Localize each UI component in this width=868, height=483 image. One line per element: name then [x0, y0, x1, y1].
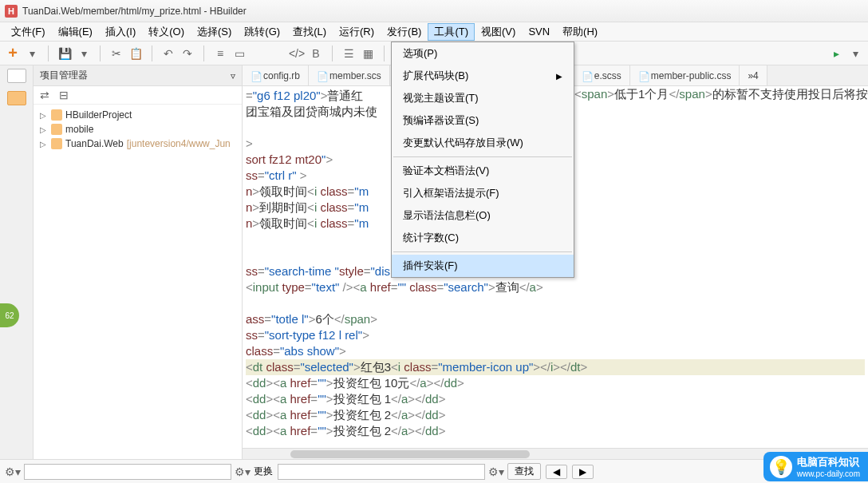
menu-item[interactable]: 运行(R) [333, 23, 381, 41]
undo-icon[interactable]: ↶ [162, 47, 175, 60]
watermark-logo: 💡 电脑百科知识 www.pc-daily.com [763, 452, 868, 481]
link-icon[interactable]: ⇄ [38, 89, 51, 101]
tag-icon[interactable]: </> [290, 47, 303, 60]
menu-item[interactable]: SVN [522, 24, 556, 39]
bold-icon[interactable]: B [310, 47, 322, 60]
replace-input[interactable] [278, 464, 485, 480]
find-input[interactable] [24, 464, 231, 480]
menu-dropdown-item[interactable]: 预编译器设置(S) [392, 109, 574, 132]
select-icon[interactable]: ▭ [233, 47, 246, 60]
panel-title: 项目管理器 [40, 69, 88, 82]
tree-item[interactable]: ▷HBuilderProject [34, 108, 242, 122]
menu-dropdown-item[interactable]: 统计字数(C) [392, 227, 574, 249]
tree-item[interactable]: ▷TuanDai.Web [junteversion4/www_Jun [34, 137, 242, 151]
menu-item[interactable]: 查找(L) [286, 23, 333, 41]
replace-options-icon[interactable]: ⚙▾ [236, 465, 249, 478]
menu-item[interactable]: 跳转(G) [238, 23, 286, 41]
align-left-icon[interactable]: ≡ [214, 47, 227, 60]
project-tree: ▷HBuilderProject▷mobile▷TuanDai.Web [jun… [34, 105, 242, 154]
menu-item[interactable]: 帮助(H) [556, 23, 604, 41]
tabs-overflow[interactable]: »4 [740, 65, 767, 85]
menu-item[interactable]: 插入(I) [99, 23, 142, 41]
logo-text1: 电脑百科知识 [797, 455, 860, 469]
next-button[interactable]: ▶ [572, 465, 594, 479]
menu-item[interactable]: 工具(T) [428, 23, 475, 41]
dropdown-icon[interactable]: ▾ [26, 47, 38, 60]
logo-text2: www.pc-daily.com [797, 469, 860, 478]
run-icon[interactable]: ▸ [830, 47, 842, 60]
editor-tab[interactable]: 📄config.rb [243, 65, 309, 85]
tools-menu-dropdown: 选项(P)扩展代码块(B)▶视觉主题设置(T)预编译器设置(S)变更默认代码存放… [391, 42, 574, 278]
menu-dropdown-item[interactable]: 显示语法信息栏(O) [392, 204, 574, 227]
redo-icon[interactable]: ↷ [181, 47, 194, 60]
run-dropdown-icon[interactable]: ▾ [849, 47, 862, 60]
bulb-icon: 💡 [770, 456, 792, 478]
find-opt2-icon[interactable]: ⚙▾ [490, 465, 503, 478]
save-all-icon[interactable]: ▾ [77, 47, 90, 60]
panel-menu-icon[interactable]: ▿ [231, 70, 235, 81]
grid-icon[interactable]: ▦ [361, 47, 374, 60]
menu-dropdown-item[interactable]: 视觉主题设置(T) [392, 87, 574, 109]
find-options-icon[interactable]: ⚙▾ [6, 465, 19, 478]
title-bar: H TuanDai.Web/member/html/my_prize.html … [0, 0, 868, 22]
rail-item-1[interactable] [7, 69, 26, 83]
menu-dropdown-item[interactable]: 扩展代码块(B)▶ [392, 65, 574, 87]
replace-label: 更换 [254, 465, 273, 478]
find-button[interactable]: 查找 [507, 463, 541, 480]
new-button[interactable]: + [6, 47, 19, 60]
menu-item[interactable]: 文件(F) [5, 23, 52, 41]
menu-item[interactable]: 编辑(E) [52, 23, 99, 41]
cut-icon[interactable]: ✂ [110, 47, 123, 60]
menu-dropdown-item[interactable]: 引入框架语法提示(F) [392, 182, 574, 204]
copy-icon[interactable]: 📋 [129, 47, 142, 60]
list-icon[interactable]: ☰ [342, 47, 355, 60]
menu-dropdown-item[interactable]: 变更默认代码存放目录(W) [392, 132, 574, 154]
prev-button[interactable]: ◀ [546, 465, 567, 479]
code-right-fragment: <span>低于1个月</span>的标暂不支持使用投日后将按放弃申领作失效处理… [574, 86, 868, 102]
save-icon[interactable]: 💾 [58, 47, 71, 60]
menu-item[interactable]: 视图(V) [475, 23, 522, 41]
app-icon: H [5, 5, 18, 18]
menu-item[interactable]: 转义(O) [142, 23, 191, 41]
project-panel: 项目管理器 ▿ ⇄ ⊟ ▷HBuilderProject▷mobile▷Tuan… [34, 65, 243, 459]
tree-item[interactable]: ▷mobile [34, 122, 242, 137]
collapse-icon[interactable]: ⊟ [57, 89, 70, 101]
editor-tab[interactable]: 📄member-public.css [630, 65, 740, 85]
rail-item-2[interactable] [7, 91, 26, 105]
find-bar: ⚙▾ ⚙▾ 更换 ⚙▾ 查找 ◀ ▶ [0, 459, 868, 483]
editor-tab[interactable]: 📄e.scss [574, 65, 630, 85]
menu-bar: 文件(F)编辑(E)插入(I)转义(O)选择(S)跳转(G)查找(L)运行(R)… [0, 22, 868, 42]
menu-item[interactable]: 选择(S) [191, 23, 238, 41]
menu-dropdown-item[interactable]: 选项(P) [392, 42, 574, 65]
menu-dropdown-item[interactable]: 插件安装(F) [392, 255, 574, 277]
window-title: TuanDai.Web/member/html/my_prize.html - … [22, 6, 247, 17]
editor-tab[interactable]: 📄member.scs [309, 65, 390, 85]
menu-item[interactable]: 发行(B) [381, 23, 428, 41]
left-rail [0, 65, 34, 459]
menu-dropdown-item[interactable]: 验证本文档语法(V) [392, 160, 574, 182]
